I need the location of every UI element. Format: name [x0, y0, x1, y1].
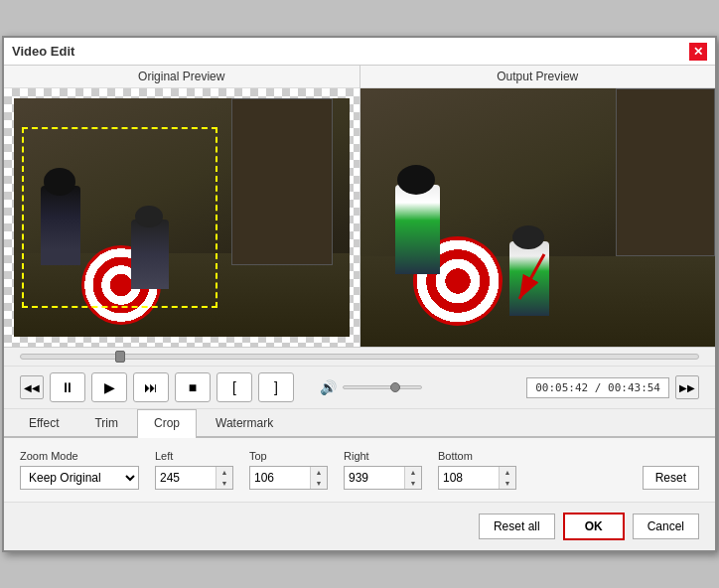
cancel-button[interactable]: Cancel	[633, 514, 699, 539]
tab-trim[interactable]: Trim	[77, 409, 135, 436]
bottom-spin-down[interactable]: ▼	[500, 478, 515, 489]
top-input[interactable]	[250, 467, 310, 489]
left-spin-up[interactable]: ▲	[216, 467, 232, 478]
volume-icon: 🔊	[320, 379, 337, 395]
volume-section: 🔊	[320, 379, 422, 395]
controls-row: ◀◀ ⏸ ▶ ⏭ ■ [ ] 🔊 00:05:42 / 00:43:54 ▶▶	[4, 367, 715, 409]
output-figure1	[395, 185, 440, 274]
reset-all-button[interactable]: Reset all	[479, 514, 555, 539]
time-current: 00:05:42	[535, 381, 588, 394]
original-scene	[14, 98, 350, 337]
left-input-wrap: ▲ ▼	[155, 466, 233, 490]
bottom-input-wrap: ▲ ▼	[438, 466, 516, 490]
play-button[interactable]: ▶	[91, 372, 127, 402]
figure1	[41, 186, 80, 265]
stop-button[interactable]: ■	[175, 372, 211, 402]
pause-button[interactable]: ⏸	[50, 372, 85, 402]
time-total: 00:43:54	[608, 381, 660, 394]
mark-in-button[interactable]: [	[216, 372, 252, 402]
bottom-input[interactable]	[439, 467, 499, 489]
original-preview-canvas	[4, 88, 360, 347]
bottom-spin-buttons: ▲ ▼	[499, 467, 515, 489]
original-preview-label: Original Preview	[4, 66, 360, 88]
left-label: Left	[155, 450, 233, 462]
left-edge-button[interactable]: ◀◀	[20, 375, 44, 399]
title-bar: Video Edit ✕	[4, 38, 715, 66]
scrubber-row	[4, 348, 715, 367]
figure2	[131, 220, 169, 289]
right-input-wrap: ▲ ▼	[344, 466, 422, 490]
left-input[interactable]	[156, 467, 216, 489]
bottom-field-group: Bottom ▲ ▼	[438, 450, 516, 490]
dialog-title: Video Edit	[12, 44, 74, 59]
zoom-mode-group: Zoom Mode Keep Original	[20, 450, 139, 490]
time-separator: /	[588, 381, 608, 394]
top-field-group: Top ▲ ▼	[249, 450, 328, 490]
scrubber-thumb[interactable]	[115, 351, 125, 363]
door	[231, 98, 332, 265]
tab-watermark[interactable]: Watermark	[199, 409, 290, 436]
top-spin-down[interactable]: ▼	[311, 478, 327, 489]
output-preview-section: Output Preview	[360, 66, 716, 347]
right-spin-buttons: ▲ ▼	[404, 467, 421, 489]
reset-button[interactable]: Reset	[643, 466, 699, 490]
mark-out-button[interactable]: ]	[258, 372, 294, 402]
zoom-mode-label: Zoom Mode	[20, 450, 139, 462]
top-label: Top	[249, 450, 328, 462]
output-preview-canvas	[360, 88, 716, 347]
bottom-spin-up[interactable]: ▲	[500, 467, 515, 478]
volume-slider[interactable]	[343, 385, 422, 389]
output-video-frame	[360, 88, 716, 347]
original-preview-section: Original Preview	[4, 66, 360, 347]
bottom-row: Reset all OK Cancel	[4, 502, 715, 550]
next-frame-button[interactable]: ⏭	[133, 372, 169, 402]
ok-button[interactable]: OK	[563, 513, 625, 540]
tab-effect[interactable]: Effect	[12, 409, 75, 436]
crop-panel: Zoom Mode Keep Original Left ▲ ▼	[4, 438, 715, 502]
left-spin-down[interactable]: ▼	[216, 478, 232, 489]
right-edge-button[interactable]: ▶▶	[675, 375, 699, 399]
scene-floor	[14, 253, 350, 337]
right-field-group: Right ▲ ▼	[344, 450, 422, 490]
video-edit-dialog: Video Edit ✕ Original Preview	[2, 36, 717, 552]
right-spin-up[interactable]: ▲	[405, 467, 421, 478]
preview-row: Original Preview	[4, 66, 715, 348]
scrubber-track[interactable]	[20, 354, 699, 360]
tab-crop[interactable]: Crop	[137, 409, 197, 438]
left-field-group: Left ▲ ▼	[155, 450, 233, 490]
right-spin-down[interactable]: ▼	[405, 478, 421, 489]
output-scene	[360, 88, 716, 347]
right-input[interactable]	[345, 467, 404, 489]
original-video-frame	[14, 98, 350, 337]
crop-fields-row: Zoom Mode Keep Original Left ▲ ▼	[20, 450, 699, 490]
output-figure2	[509, 241, 549, 316]
volume-thumb[interactable]	[390, 382, 400, 392]
top-spin-up[interactable]: ▲	[311, 467, 327, 478]
output-preview-label: Output Preview	[360, 66, 716, 88]
right-label: Right	[344, 450, 422, 462]
top-spin-buttons: ▲ ▼	[310, 467, 327, 489]
time-display: 00:05:42 / 00:43:54	[526, 377, 669, 398]
close-button[interactable]: ✕	[689, 43, 707, 61]
left-spin-buttons: ▲ ▼	[216, 467, 232, 489]
bottom-label: Bottom	[438, 450, 516, 462]
tabs-row: Effect Trim Crop Watermark	[4, 409, 715, 438]
zoom-mode-select[interactable]: Keep Original	[20, 466, 139, 490]
top-input-wrap: ▲ ▼	[249, 466, 328, 490]
output-door	[616, 88, 715, 256]
